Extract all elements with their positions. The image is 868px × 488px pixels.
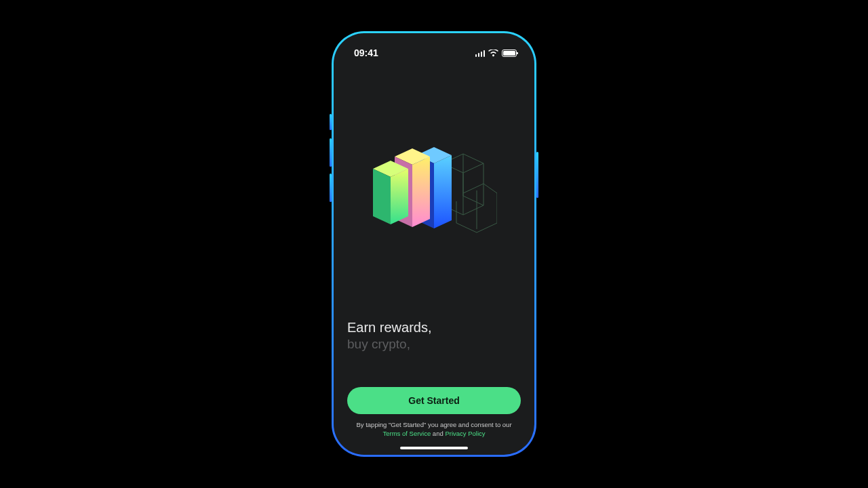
status-time: 09:41 — [354, 47, 378, 58]
phone-power-button — [536, 152, 538, 198]
tagline-secondary: buy crypto, — [347, 337, 521, 352]
phone-screen: 09:41 — [334, 33, 534, 455]
terms-of-service-link[interactable]: Terms of Service — [382, 430, 431, 437]
cellular-signal-icon — [475, 49, 486, 57]
status-icons — [475, 49, 517, 57]
battery-icon — [502, 49, 517, 57]
privacy-policy-link[interactable]: Privacy Policy — [445, 430, 485, 437]
status-bar: 09:41 — [334, 33, 534, 63]
tagline-primary: Earn rewards, — [347, 320, 521, 336]
legal-and: and — [431, 430, 445, 437]
hero-illustration — [347, 63, 521, 317]
legal-prefix: By tapping "Get Started" you agree and c… — [356, 421, 511, 428]
get-started-button[interactable]: Get Started — [347, 387, 521, 414]
legal-text: By tapping "Get Started" you agree and c… — [347, 421, 521, 439]
phone-side-button — [330, 114, 332, 130]
wifi-icon — [488, 49, 498, 57]
onboarding-content: Earn rewards, buy crypto, Get Started By… — [334, 63, 534, 455]
home-indicator[interactable] — [400, 447, 468, 449]
phone-volume-down — [330, 174, 332, 202]
phone-frame: 09:41 — [332, 31, 536, 457]
phone-volume-up — [330, 138, 332, 167]
crypto-chart-3d-icon — [372, 144, 497, 243]
